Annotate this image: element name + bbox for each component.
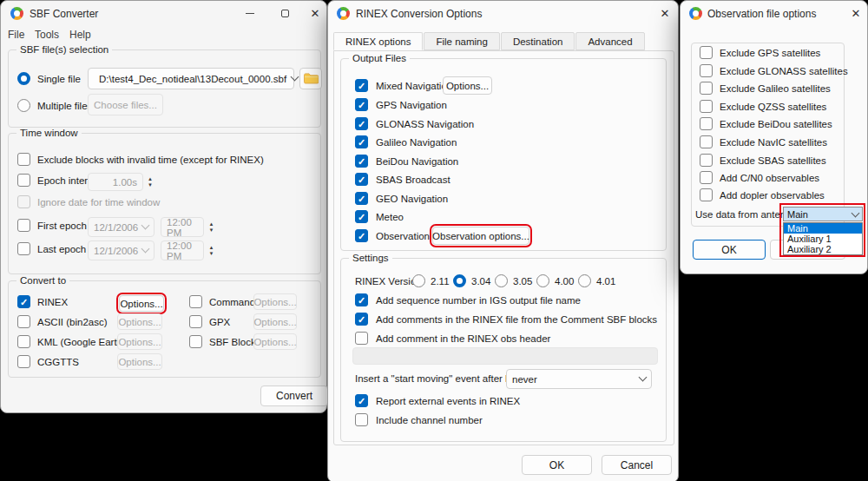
first-epoch-checkbox[interactable] xyxy=(17,219,30,232)
ascii-checkbox[interactable] xyxy=(17,315,30,328)
output-files-group xyxy=(340,58,667,251)
exclude-glonass-checkbox[interactable] xyxy=(700,64,713,77)
last-epoch-time-input[interactable]: 12:00 PM xyxy=(161,240,204,260)
rinex-checkbox[interactable] xyxy=(17,295,30,308)
tab-file-naming[interactable]: File naming xyxy=(424,32,499,50)
exclude-glonass-label: Exclude GLONASS satellites xyxy=(720,66,848,76)
spin-down-icon: ▼ xyxy=(209,227,214,234)
rinex-options-button[interactable]: Options... xyxy=(119,295,164,312)
kml-label: KML (Google Earth) xyxy=(37,337,126,347)
first-epoch-time-input[interactable]: 12:00 PM xyxy=(161,217,204,237)
cggtts-label: CGGTTS xyxy=(37,357,79,367)
kml-options-button[interactable]: Options... xyxy=(117,333,162,350)
single-file-radio[interactable] xyxy=(17,72,30,85)
chevron-down-icon xyxy=(141,221,150,230)
spin-up-icon: ▲ xyxy=(148,176,153,182)
file-path-combobox[interactable]: A D:\test4_Dec_notideal\13Decout_0000.sb… xyxy=(88,68,294,89)
close-icon: ✕ xyxy=(661,8,670,19)
dialog-title: Observation file options xyxy=(707,8,816,20)
epoch-interval-checkbox[interactable] xyxy=(17,174,30,187)
exclude-navic-label: Exclude NavIC satellites xyxy=(720,137,827,148)
folder-icon xyxy=(304,73,319,84)
last-epoch-checkbox[interactable] xyxy=(17,242,30,255)
menu-file[interactable]: File xyxy=(8,29,24,41)
observation-options-dialog: Observation file options ✕ Exclude GPS s… xyxy=(680,0,868,274)
convert-button[interactable]: Convert xyxy=(260,385,328,406)
add-dopler-checkbox[interactable] xyxy=(700,188,713,201)
exclude-gps-checkbox[interactable] xyxy=(700,46,713,59)
gpx-options-button[interactable]: Options... xyxy=(253,313,297,330)
tab-bar: RINEX options File naming Destination Ad… xyxy=(333,32,646,50)
ok-button[interactable]: OK xyxy=(693,240,766,260)
last-epoch-time-stepper[interactable]: ▲▼ xyxy=(206,240,217,260)
browse-folder-button[interactable] xyxy=(299,68,322,89)
spin-down-icon: ▼ xyxy=(148,182,153,188)
app-logo-icon xyxy=(689,7,702,20)
settings-group-label: Settings xyxy=(349,253,392,263)
ignore-date-label: Ignore date for time window xyxy=(37,197,160,208)
menu-tools[interactable]: Tools xyxy=(35,29,59,41)
commands-options-button[interactable]: Options... xyxy=(253,293,297,310)
epoch-interval-input[interactable]: 1.00s xyxy=(88,173,143,191)
exclude-sbas-checkbox[interactable] xyxy=(700,154,713,167)
exclude-invalid-time-checkbox[interactable] xyxy=(17,153,30,166)
commands-checkbox[interactable] xyxy=(189,295,202,308)
sbf-blocks-options-button[interactable]: Options... xyxy=(253,333,297,350)
app-logo-icon xyxy=(10,7,23,20)
observation-options-button[interactable]: Observation options... xyxy=(432,227,529,245)
antenna-option-aux2[interactable]: Auxiliary 2 xyxy=(784,244,862,254)
exclude-navic-checkbox[interactable] xyxy=(700,135,713,148)
file-path-value: D:\test4_Dec_notideal\13Decout_0000.sbf xyxy=(99,74,286,84)
app-logo-icon xyxy=(337,7,350,20)
antenna-option-aux1[interactable]: Auxiliary 1 xyxy=(784,234,862,244)
output-files-group-label: Output Files xyxy=(349,53,410,63)
ok-button[interactable]: OK xyxy=(522,455,592,475)
close-button[interactable]: ✕ xyxy=(844,1,868,25)
multiple-files-radio[interactable] xyxy=(17,99,30,112)
gpx-label: GPX xyxy=(209,317,230,327)
last-epoch-date-combobox[interactable]: 12/1/2006 xyxy=(88,240,155,260)
minimize-button[interactable] xyxy=(233,1,267,25)
antenna-option-main[interactable]: Main xyxy=(784,223,862,234)
exclude-galileo-label: Exclude Galileo satellites xyxy=(720,83,831,94)
cggtts-checkbox[interactable] xyxy=(17,355,30,368)
tab-rinex-options[interactable]: RINEX options xyxy=(333,32,423,50)
exclude-beidou-checkbox[interactable] xyxy=(700,117,713,130)
convert-to-group-label: Convert to xyxy=(16,275,69,286)
add-cn0-label: Add C/N0 observables xyxy=(720,173,819,183)
exclude-sbas-label: Exclude SBAS satellites xyxy=(720,155,826,166)
menu-help[interactable]: Help xyxy=(69,29,91,41)
first-epoch-time-stepper[interactable]: ▲▼ xyxy=(206,217,217,237)
exclude-invalid-time-label: Exclude blocks with invalid time (except… xyxy=(37,155,264,165)
commands-label: Commands xyxy=(209,297,260,307)
exclude-galileo-checkbox[interactable] xyxy=(700,82,713,95)
exclude-beidou-label: Exclude BeiDou satellites xyxy=(720,119,832,129)
maximize-button[interactable] xyxy=(267,1,302,25)
ascii-label: ASCII (bin2asc) xyxy=(37,317,108,327)
ascii-options-button[interactable]: Options... xyxy=(117,313,162,330)
cggtts-options-button[interactable]: Options... xyxy=(117,353,162,370)
tab-destination[interactable]: Destination xyxy=(501,32,575,50)
first-epoch-date-combobox[interactable]: 12/1/2006 xyxy=(88,217,155,237)
close-button[interactable]: ✕ xyxy=(302,1,328,25)
antenna-value: Main xyxy=(787,209,808,220)
ignore-date-checkbox[interactable] xyxy=(17,195,30,208)
gpx-checkbox[interactable] xyxy=(189,315,202,328)
antenna-combobox[interactable]: Main xyxy=(783,207,863,221)
epoch-interval-stepper[interactable]: ▲▼ xyxy=(145,173,155,191)
add-cn0-checkbox[interactable] xyxy=(700,171,713,184)
time-window-group-label: Time window xyxy=(16,128,82,138)
last-epoch-label: Last epoch xyxy=(37,244,86,254)
exclude-qzss-checkbox[interactable] xyxy=(700,100,713,113)
close-button[interactable]: ✕ xyxy=(652,1,678,25)
mixed-navigation-options-button[interactable]: Options... xyxy=(443,76,492,95)
first-epoch-label: First epoch xyxy=(37,221,87,231)
tab-advanced[interactable]: Advanced xyxy=(575,32,644,50)
choose-files-button[interactable]: Choose files... xyxy=(88,94,163,115)
first-epoch-date-value: 12/1/2006 xyxy=(94,222,138,233)
sbf-blocks-checkbox[interactable] xyxy=(189,335,202,348)
cancel-button[interactable]: Cancel xyxy=(602,455,672,475)
spin-up-icon: ▲ xyxy=(209,245,214,251)
sbf-converter-window: SBF Converter ✕ File Tools Help SBF file… xyxy=(0,0,327,413)
kml-checkbox[interactable] xyxy=(17,335,30,348)
